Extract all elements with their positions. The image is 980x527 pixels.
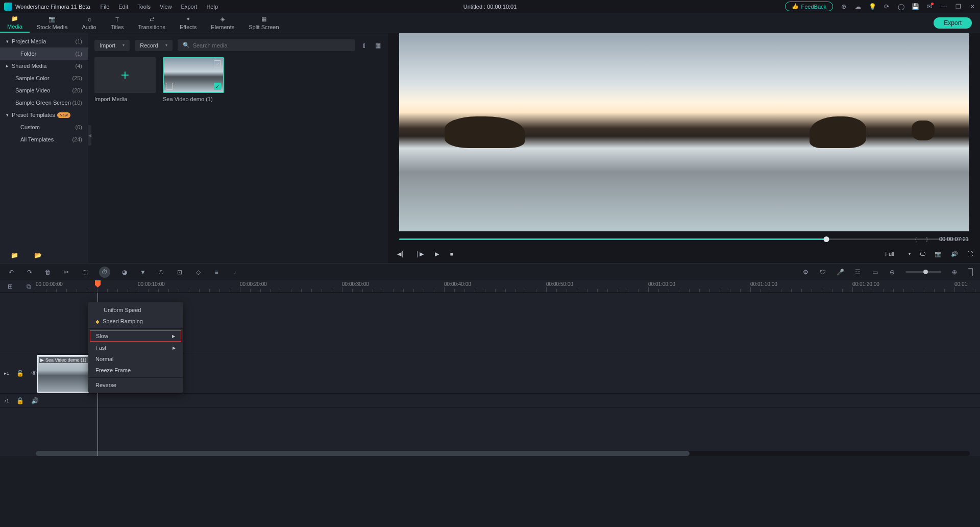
ctx-normal[interactable]: Normal (88, 353, 183, 365)
mark-out-icon[interactable]: } (926, 236, 928, 242)
add-project-icon[interactable]: ⊕ (840, 3, 847, 10)
minimize-icon[interactable]: — (940, 3, 947, 10)
shield-icon[interactable]: 🛡 (819, 269, 827, 276)
ctx-reverse[interactable]: Reverse (88, 379, 183, 391)
ctx-freeze-frame[interactable]: Freeze Frame (88, 365, 183, 376)
tab-stock-media[interactable]: 📷Stock Media (30, 14, 75, 32)
sidebar-project-media[interactable]: Project Media(1) (0, 35, 88, 47)
fullscreen-icon[interactable]: ⛶ (967, 251, 973, 257)
close-icon[interactable]: ✕ (969, 3, 976, 10)
open-folder-icon[interactable]: 📂 (34, 252, 42, 259)
ctx-fast[interactable]: Fast▶ (88, 342, 183, 353)
next-frame-icon[interactable]: │▶ (416, 251, 424, 257)
menu-edit[interactable]: Edit (118, 4, 128, 10)
lock-icon[interactable]: 🔓 (16, 370, 24, 377)
duration-icon[interactable]: ⏲ (157, 269, 165, 276)
color-icon[interactable]: ◕ (120, 269, 129, 276)
split-icon[interactable]: ✂ (62, 269, 70, 276)
ctx-slow[interactable]: Slow▶ (90, 330, 181, 342)
menu-tools[interactable]: Tools (137, 4, 151, 10)
tab-titles[interactable]: TTitles (104, 14, 131, 32)
speed-icon[interactable]: ⏱ (99, 267, 110, 278)
record-dropdown[interactable]: Record (135, 40, 172, 51)
render-icon[interactable]: ▭ (871, 269, 879, 276)
grid-view-icon[interactable]: ▦ (374, 42, 382, 49)
tab-media[interactable]: 📁Media (0, 13, 30, 33)
keyframe-icon[interactable]: ◇ (194, 269, 202, 276)
prev-frame-icon[interactable]: ◀│ (397, 251, 405, 257)
mark-in-icon[interactable]: { (915, 236, 917, 242)
track-add-icon[interactable]: ⊞ (6, 283, 14, 290)
magnet-icon[interactable]: ⧉ (24, 283, 33, 290)
import-media-tile[interactable]: + Import Media (94, 57, 156, 102)
menu-view[interactable]: View (160, 4, 172, 10)
media-clip-tile[interactable]: ⤢ ✓ Sea Video demo (1) (163, 57, 224, 102)
sidebar-shared-media[interactable]: Shared Media(4) (0, 60, 88, 72)
quality-dropdown[interactable]: Full▾ (885, 251, 911, 257)
cloud-icon[interactable]: ☁ (854, 3, 862, 10)
menu-file[interactable]: File (101, 4, 110, 10)
collapse-sidebar[interactable]: ◀ (88, 125, 91, 146)
sidebar-preset-templates[interactable]: Preset TemplatesNew (0, 109, 88, 121)
menu-help[interactable]: Help (206, 4, 218, 10)
mic-icon[interactable]: 🎤 (836, 269, 844, 276)
timeline-ruler[interactable]: ⊞ ⧉ 00:00:00:0000:00:10:0000:00:20:0000:… (0, 280, 980, 293)
tab-split-screen[interactable]: ▦Split Screen (241, 14, 286, 32)
sidebar-sample-video[interactable]: Sample Video(20) (0, 84, 88, 97)
play-icon[interactable]: ▶ (435, 251, 439, 257)
save-icon[interactable]: 💾 (912, 3, 919, 10)
export-button[interactable]: Export (934, 17, 972, 29)
settings-icon[interactable]: ⚙ (801, 269, 810, 276)
tab-transitions[interactable]: ⇄Transitions (131, 14, 173, 32)
sidebar-folder[interactable]: Folder(1) (0, 47, 88, 60)
ctx-speed-ramping[interactable]: ◆Speed Ramping (88, 316, 183, 327)
ctx-uniform-speed[interactable]: Uniform Speed (88, 304, 183, 316)
sidebar-all-templates[interactable]: All Templates(24) (0, 133, 88, 146)
expand-icon[interactable]: ⤢ (214, 60, 221, 67)
undo-icon[interactable]: ↶ (7, 269, 15, 276)
count: (10) (72, 100, 82, 106)
quality-label: Full (885, 251, 894, 257)
lock-icon[interactable]: 🔓 (16, 397, 24, 404)
help-icon[interactable]: ⟳ (883, 3, 890, 10)
preview-scrubber[interactable]: {} 00:00:07:21 (399, 234, 969, 245)
sidebar-label: Sample Video (15, 87, 50, 93)
adjust-icon[interactable]: ≡ (212, 269, 220, 276)
user-icon[interactable]: ◯ (897, 3, 904, 10)
zoom-in-icon[interactable]: ⊕ (950, 269, 959, 276)
display-icon[interactable]: 🖵 (920, 251, 925, 257)
maximize-icon[interactable]: ❐ (954, 3, 962, 10)
new-folder-icon[interactable]: 📁 (10, 252, 18, 259)
notification-icon[interactable]: ✉ (926, 3, 933, 10)
preview-viewport[interactable] (399, 33, 969, 231)
zoom-fit-icon[interactable] (968, 268, 973, 276)
mixer-icon[interactable]: ☲ (853, 269, 862, 276)
green-screen-icon[interactable]: ▼ (139, 269, 147, 276)
import-dropdown[interactable]: Import (94, 40, 130, 51)
zoom-out-icon[interactable]: ⊖ (888, 269, 896, 276)
menu-export[interactable]: Export (181, 4, 198, 10)
stop-icon[interactable]: ■ (450, 251, 454, 257)
redo-icon[interactable]: ↷ (26, 269, 34, 276)
sidebar-sample-green[interactable]: Sample Green Screen(10) (0, 97, 88, 109)
timeline-scrollbar[interactable] (36, 451, 970, 456)
tab-effects[interactable]: ✦Effects (173, 14, 204, 32)
motion-track-icon[interactable]: ⊡ (176, 269, 184, 276)
sidebar-sample-color[interactable]: Sample Color(25) (0, 72, 88, 84)
tab-elements[interactable]: ◈Elements (204, 14, 241, 32)
search-input[interactable]: 🔍Search media (178, 39, 355, 51)
volume-icon[interactable]: 🔊 (951, 251, 958, 257)
sidebar-custom[interactable]: Custom(0) (0, 121, 88, 133)
audio-icon[interactable]: ♪ (231, 269, 239, 276)
audio-track[interactable]: ♪1 🔓 🔊 (0, 394, 980, 408)
filter-icon[interactable]: ⫿ (360, 42, 369, 49)
feedback-button[interactable]: 👍 FeedBack (785, 2, 833, 11)
delete-icon[interactable]: 🗑 (44, 269, 52, 276)
mute-icon[interactable]: 🔊 (31, 397, 39, 404)
lightbulb-icon[interactable]: 💡 (869, 3, 876, 10)
tab-audio[interactable]: ♫Audio (75, 14, 104, 32)
crop-icon[interactable]: ⬚ (81, 269, 89, 276)
zoom-slider[interactable] (905, 271, 941, 273)
scrub-handle[interactable] (824, 236, 829, 242)
snapshot-icon[interactable]: 📷 (935, 251, 942, 257)
